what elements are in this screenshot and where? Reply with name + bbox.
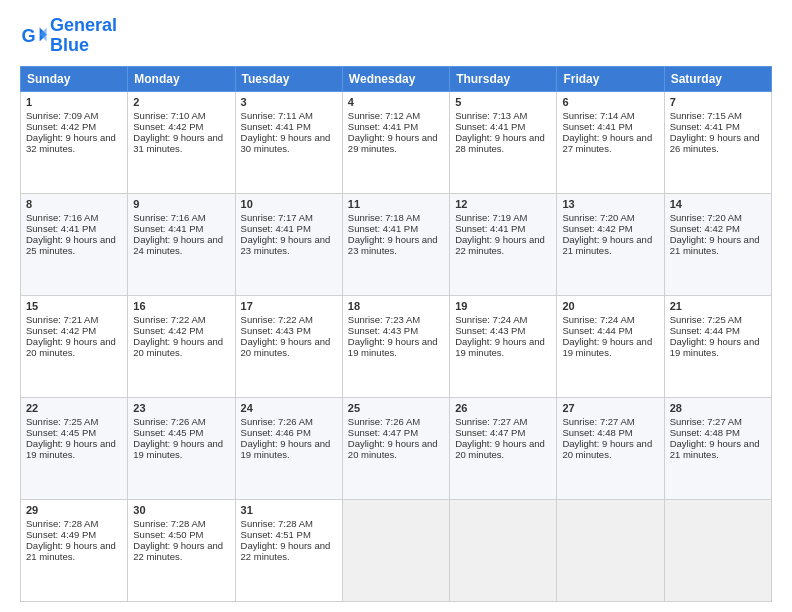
week-row-1: 1 Sunrise: 7:09 AM Sunset: 4:42 PM Dayli… [21,91,772,193]
sunset: Sunset: 4:41 PM [241,223,311,234]
calendar-cell [557,499,664,601]
daylight: Daylight: 9 hours and 26 minutes. [670,132,760,154]
page: G General Blue SundayMondayTuesdayWednes… [0,0,792,612]
day-number: 18 [348,300,444,312]
daylight: Daylight: 9 hours and 22 minutes. [133,540,223,562]
day-number: 3 [241,96,337,108]
day-number: 13 [562,198,658,210]
sunset: Sunset: 4:41 PM [348,223,418,234]
calendar-cell: 10 Sunrise: 7:17 AM Sunset: 4:41 PM Dayl… [235,193,342,295]
day-number: 20 [562,300,658,312]
day-number: 27 [562,402,658,414]
sunrise: Sunrise: 7:28 AM [241,518,313,529]
daylight: Daylight: 9 hours and 21 minutes. [670,234,760,256]
sunrise: Sunrise: 7:17 AM [241,212,313,223]
daylight: Daylight: 9 hours and 19 minutes. [26,438,116,460]
sunset: Sunset: 4:47 PM [455,427,525,438]
sunset: Sunset: 4:48 PM [670,427,740,438]
sunrise: Sunrise: 7:11 AM [241,110,313,121]
week-row-3: 15 Sunrise: 7:21 AM Sunset: 4:42 PM Dayl… [21,295,772,397]
header: G General Blue [20,16,772,56]
day-number: 14 [670,198,766,210]
sunset: Sunset: 4:45 PM [26,427,96,438]
sunset: Sunset: 4:41 PM [348,121,418,132]
day-number: 9 [133,198,229,210]
week-row-2: 8 Sunrise: 7:16 AM Sunset: 4:41 PM Dayli… [21,193,772,295]
calendar-cell: 6 Sunrise: 7:14 AM Sunset: 4:41 PM Dayli… [557,91,664,193]
calendar-table: SundayMondayTuesdayWednesdayThursdayFrid… [20,66,772,602]
daylight: Daylight: 9 hours and 22 minutes. [455,234,545,256]
sunrise: Sunrise: 7:20 AM [670,212,742,223]
daylight: Daylight: 9 hours and 20 minutes. [26,336,116,358]
calendar-cell: 5 Sunrise: 7:13 AM Sunset: 4:41 PM Dayli… [450,91,557,193]
sunrise: Sunrise: 7:16 AM [133,212,205,223]
sunset: Sunset: 4:43 PM [348,325,418,336]
day-number: 30 [133,504,229,516]
calendar-cell: 19 Sunrise: 7:24 AM Sunset: 4:43 PM Dayl… [450,295,557,397]
sunrise: Sunrise: 7:25 AM [26,416,98,427]
calendar-cell: 15 Sunrise: 7:21 AM Sunset: 4:42 PM Dayl… [21,295,128,397]
calendar-cell: 24 Sunrise: 7:26 AM Sunset: 4:46 PM Dayl… [235,397,342,499]
sunset: Sunset: 4:41 PM [26,223,96,234]
sunrise: Sunrise: 7:19 AM [455,212,527,223]
calendar-cell: 9 Sunrise: 7:16 AM Sunset: 4:41 PM Dayli… [128,193,235,295]
sunrise: Sunrise: 7:12 AM [348,110,420,121]
calendar-header: SundayMondayTuesdayWednesdayThursdayFrid… [21,66,772,91]
sunrise: Sunrise: 7:26 AM [133,416,205,427]
calendar-cell [450,499,557,601]
calendar-cell: 4 Sunrise: 7:12 AM Sunset: 4:41 PM Dayli… [342,91,449,193]
calendar-cell: 12 Sunrise: 7:19 AM Sunset: 4:41 PM Dayl… [450,193,557,295]
col-header-sunday: Sunday [21,66,128,91]
day-number: 26 [455,402,551,414]
day-number: 8 [26,198,122,210]
calendar-cell: 3 Sunrise: 7:11 AM Sunset: 4:41 PM Dayli… [235,91,342,193]
daylight: Daylight: 9 hours and 20 minutes. [455,438,545,460]
day-number: 23 [133,402,229,414]
calendar-cell: 22 Sunrise: 7:25 AM Sunset: 4:45 PM Dayl… [21,397,128,499]
daylight: Daylight: 9 hours and 20 minutes. [241,336,331,358]
day-number: 1 [26,96,122,108]
sunset: Sunset: 4:51 PM [241,529,311,540]
calendar-cell: 18 Sunrise: 7:23 AM Sunset: 4:43 PM Dayl… [342,295,449,397]
sunrise: Sunrise: 7:22 AM [241,314,313,325]
sunrise: Sunrise: 7:24 AM [562,314,634,325]
sunset: Sunset: 4:41 PM [241,121,311,132]
svg-text:G: G [21,25,35,45]
day-number: 24 [241,402,337,414]
sunset: Sunset: 4:42 PM [26,121,96,132]
week-row-4: 22 Sunrise: 7:25 AM Sunset: 4:45 PM Dayl… [21,397,772,499]
daylight: Daylight: 9 hours and 19 minutes. [562,336,652,358]
col-header-thursday: Thursday [450,66,557,91]
col-header-saturday: Saturday [664,66,771,91]
daylight: Daylight: 9 hours and 21 minutes. [26,540,116,562]
calendar-cell: 1 Sunrise: 7:09 AM Sunset: 4:42 PM Dayli… [21,91,128,193]
daylight: Daylight: 9 hours and 20 minutes. [133,336,223,358]
daylight: Daylight: 9 hours and 19 minutes. [455,336,545,358]
sunrise: Sunrise: 7:20 AM [562,212,634,223]
sunset: Sunset: 4:48 PM [562,427,632,438]
sunrise: Sunrise: 7:18 AM [348,212,420,223]
daylight: Daylight: 9 hours and 27 minutes. [562,132,652,154]
calendar-cell: 8 Sunrise: 7:16 AM Sunset: 4:41 PM Dayli… [21,193,128,295]
daylight: Daylight: 9 hours and 32 minutes. [26,132,116,154]
sunrise: Sunrise: 7:25 AM [670,314,742,325]
daylight: Daylight: 9 hours and 23 minutes. [241,234,331,256]
day-number: 7 [670,96,766,108]
day-number: 16 [133,300,229,312]
day-number: 25 [348,402,444,414]
daylight: Daylight: 9 hours and 19 minutes. [670,336,760,358]
daylight: Daylight: 9 hours and 20 minutes. [562,438,652,460]
sunset: Sunset: 4:45 PM [133,427,203,438]
calendar-cell: 11 Sunrise: 7:18 AM Sunset: 4:41 PM Dayl… [342,193,449,295]
calendar-cell: 28 Sunrise: 7:27 AM Sunset: 4:48 PM Dayl… [664,397,771,499]
day-number: 12 [455,198,551,210]
daylight: Daylight: 9 hours and 19 minutes. [348,336,438,358]
sunrise: Sunrise: 7:15 AM [670,110,742,121]
daylight: Daylight: 9 hours and 22 minutes. [241,540,331,562]
day-number: 15 [26,300,122,312]
day-number: 17 [241,300,337,312]
daylight: Daylight: 9 hours and 21 minutes. [670,438,760,460]
sunset: Sunset: 4:41 PM [455,223,525,234]
daylight: Daylight: 9 hours and 21 minutes. [562,234,652,256]
day-number: 6 [562,96,658,108]
